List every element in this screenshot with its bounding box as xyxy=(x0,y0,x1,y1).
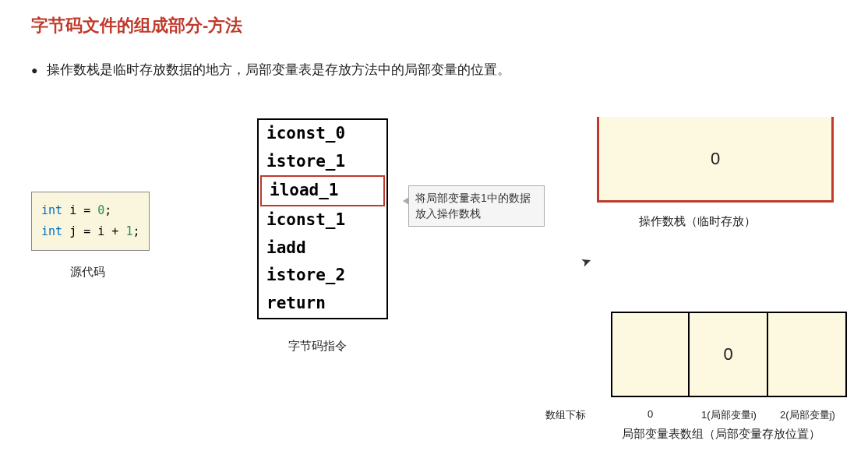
lvt-index: 2(局部变量j) xyxy=(768,408,847,422)
bytecode-instruction: istore_1 xyxy=(259,148,386,176)
cursor-icon: ➤ xyxy=(579,252,594,270)
lvt-cell xyxy=(768,312,847,397)
code-text: ; xyxy=(104,203,111,217)
local-variable-table: 0 xyxy=(611,312,847,397)
operand-stack-label: 操作数栈（临时存放） xyxy=(639,214,756,229)
bytecode-instruction: iconst_0 xyxy=(259,120,386,148)
bullet-text: 操作数栈是临时存放数据的地方，局部变量表是存放方法中的局部变量的位置。 xyxy=(31,61,510,79)
bytecode-instruction: iconst_1 xyxy=(259,206,386,234)
bytecode-box: iconst_0istore_1iload_1iconst_1iaddistor… xyxy=(257,118,388,319)
bytecode-instruction: iadd xyxy=(259,234,386,262)
keyword-int: int xyxy=(41,224,62,238)
operand-stack-value: 0 xyxy=(711,149,720,169)
keyword-int: int xyxy=(41,203,62,217)
lvt-cell: 0 xyxy=(690,312,768,397)
bytecode-instruction: iload_1 xyxy=(260,175,385,206)
lvt-cell xyxy=(611,312,690,397)
lvt-label: 局部变量表数组（局部变量存放位置） xyxy=(622,427,820,442)
code-text: i = xyxy=(69,203,97,217)
source-code-box: int i = 0; int j = i + 1; xyxy=(31,192,150,251)
lvt-index-label: 数组下标 xyxy=(545,408,586,422)
bytecode-instruction: return xyxy=(259,290,386,318)
operand-stack-box: 0 xyxy=(597,117,834,203)
bytecode-label: 字节码指令 xyxy=(288,339,347,354)
lvt-index: 1(局部变量i) xyxy=(690,408,768,422)
code-text: j = i + xyxy=(69,224,125,238)
lvt-indices: 01(局部变量i)2(局部变量j) xyxy=(611,408,847,422)
page-title: 字节码文件的组成部分-方法 xyxy=(31,14,242,37)
source-line-1: int i = 0; xyxy=(41,200,139,221)
source-code-label: 源代码 xyxy=(70,265,105,280)
code-text: ; xyxy=(132,224,139,238)
lvt-index: 0 xyxy=(611,408,690,422)
literal-0: 0 xyxy=(97,203,104,217)
source-line-2: int j = i + 1; xyxy=(41,221,139,242)
bytecode-instruction: istore_2 xyxy=(259,262,386,290)
instruction-tooltip: 将局部变量表1中的数据放入操作数栈 xyxy=(408,185,545,227)
